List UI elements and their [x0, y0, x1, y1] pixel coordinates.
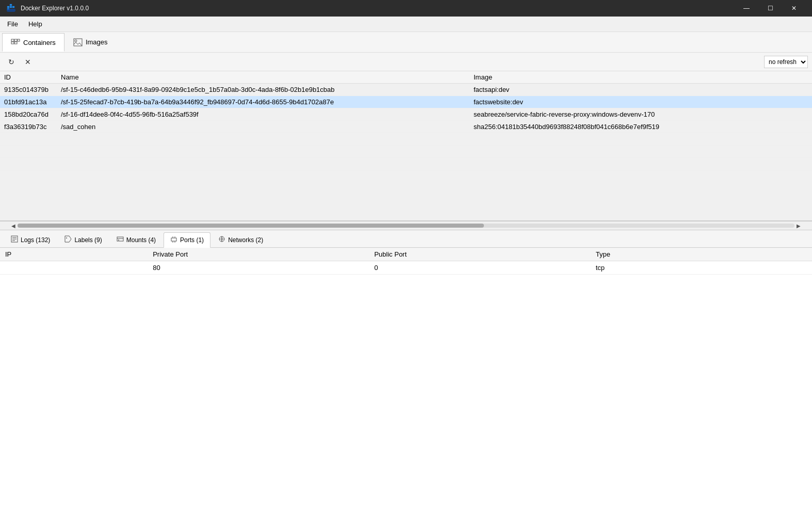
svg-rect-4	[10, 4, 12, 6]
menubar: File Help	[0, 17, 812, 32]
horizontal-scrollbar[interactable]: ◀ ▶	[0, 221, 812, 230]
scroll-left-arrow[interactable]: ◀	[9, 221, 18, 230]
tab-containers-label: Containers	[23, 39, 56, 46]
col-header-name: Name	[57, 71, 469, 84]
cell-image: factswebsite:dev	[469, 96, 812, 108]
stop-button[interactable]: ✕	[21, 55, 35, 69]
svg-rect-1	[10, 6, 12, 8]
tab-images[interactable]: Images	[64, 33, 117, 52]
cell-name: /sf-15-c46dedb6-95b9-431f-8a99-0924b9c1e…	[57, 84, 469, 96]
ports-table: IP Private Port Public Port Type 80 0 tc…	[0, 248, 812, 275]
col-header-type: Type	[591, 248, 812, 261]
tab-labels[interactable]: Labels (9)	[58, 232, 108, 247]
cell-image: seabreeze/service-fabric-reverse-proxy:w…	[469, 108, 812, 121]
container-row[interactable]: 158bd20ca76d /sf-16-df14dee8-0f4c-4d55-9…	[0, 108, 812, 121]
svg-rect-9	[18, 39, 20, 41]
tab-logs[interactable]: Logs (132)	[4, 232, 57, 247]
mounts-icon	[117, 235, 124, 244]
refresh-select[interactable]: no refresh 5s 10s 30s	[764, 56, 808, 68]
cell-name: /sad_cohen	[57, 121, 469, 133]
detail-table-wrapper: IP Private Port Public Port Type 80 0 tc…	[0, 248, 812, 508]
tab-networks-label: Networks (2)	[228, 236, 263, 244]
top-tabbar: Containers Images	[0, 32, 812, 53]
scroll-track[interactable]	[18, 224, 794, 228]
svg-rect-0	[7, 6, 9, 8]
menu-help[interactable]: Help	[23, 18, 47, 30]
cell-public-port: 0	[369, 261, 590, 275]
col-header-ip: IP	[0, 248, 148, 261]
titlebar: Docker Explorer v1.0.0.0 — ☐ ✕	[0, 0, 812, 17]
svg-rect-17	[117, 237, 123, 241]
containers-icon	[11, 38, 20, 47]
cell-type: tcp	[591, 261, 812, 275]
cell-name: /sf-15-25fecad7-b7cb-419b-ba7a-64b9a3446…	[57, 96, 469, 108]
tab-ports[interactable]: Ports (1)	[164, 232, 210, 248]
tab-containers[interactable]: Containers	[2, 33, 64, 52]
labels-icon	[64, 235, 72, 244]
svg-rect-6	[11, 42, 14, 44]
app-icon	[6, 3, 17, 13]
cell-private-port: 80	[148, 261, 369, 275]
cell-name: /sf-16-df14dee8-0f4c-4d55-96fb-516a25af5…	[57, 108, 469, 121]
container-row[interactable]: 01bfd91ac13a /sf-15-25fecad7-b7cb-419b-b…	[0, 96, 812, 108]
networks-icon	[218, 235, 225, 244]
tab-mounts-label: Mounts (4)	[126, 236, 156, 244]
logs-icon	[11, 235, 18, 244]
container-row-empty	[0, 133, 812, 146]
refresh-button[interactable]: ↻	[4, 55, 19, 69]
svg-rect-2	[12, 6, 14, 8]
svg-point-11	[75, 40, 77, 42]
scroll-thumb[interactable]	[18, 224, 484, 228]
svg-rect-7	[14, 39, 17, 41]
tab-logs-label: Logs (132)	[21, 236, 50, 244]
svg-rect-20	[171, 238, 176, 241]
toolbar: ↻ ✕ no refresh 5s 10s 30s	[0, 53, 812, 71]
scroll-right-arrow[interactable]: ▶	[794, 221, 803, 230]
container-table-wrapper: ID Name Image 9135c014379b /sf-15-c46ded…	[0, 71, 812, 221]
container-row[interactable]: 9135c014379b /sf-15-c46dedb6-95b9-431f-8…	[0, 84, 812, 96]
tab-mounts[interactable]: Mounts (4)	[110, 232, 163, 247]
tab-images-label: Images	[86, 38, 108, 46]
container-row-empty	[0, 158, 812, 170]
main-area: ID Name Image 9135c014379b /sf-15-c46ded…	[0, 71, 812, 508]
col-header-id: ID	[0, 71, 57, 84]
col-header-image: Image	[469, 71, 812, 84]
close-button[interactable]: ✕	[782, 0, 806, 17]
cell-id: 01bfd91ac13a	[0, 96, 57, 108]
ports-icon	[170, 236, 177, 245]
app-title: Docker Explorer v1.0.0.0	[21, 5, 735, 12]
window-controls: — ☐ ✕	[735, 0, 806, 17]
bottom-tabbar: Logs (132) Labels (9)	[0, 230, 812, 248]
container-table: ID Name Image 9135c014379b /sf-15-c46ded…	[0, 71, 812, 170]
col-header-public-port: Public Port	[369, 248, 590, 261]
cell-image: factsapi:dev	[469, 84, 812, 96]
col-header-private-port: Private Port	[148, 248, 369, 261]
svg-point-16	[66, 237, 67, 239]
svg-point-19	[118, 240, 119, 241]
maximize-button[interactable]: ☐	[758, 0, 782, 17]
minimize-button[interactable]: —	[735, 0, 758, 17]
cell-id: 9135c014379b	[0, 84, 57, 96]
container-row[interactable]: f3a36319b73c /sad_cohen sha256:04181b354…	[0, 121, 812, 133]
tab-labels-label: Labels (9)	[74, 236, 102, 244]
ports-row[interactable]: 80 0 tcp	[0, 261, 812, 275]
bottom-panel: Logs (132) Labels (9)	[0, 230, 812, 508]
cell-ip	[0, 261, 148, 275]
container-row-empty	[0, 146, 812, 158]
tab-networks[interactable]: Networks (2)	[212, 232, 270, 247]
menu-file[interactable]: File	[2, 18, 23, 30]
cell-id: 158bd20ca76d	[0, 108, 57, 121]
svg-rect-8	[14, 42, 17, 44]
cell-image: sha256:04181b35440bd9693f88248f08bf041c6…	[469, 121, 812, 133]
tab-ports-label: Ports (1)	[180, 236, 204, 244]
cell-id: f3a36319b73c	[0, 121, 57, 133]
svg-rect-5	[11, 39, 14, 41]
images-icon	[73, 38, 83, 47]
